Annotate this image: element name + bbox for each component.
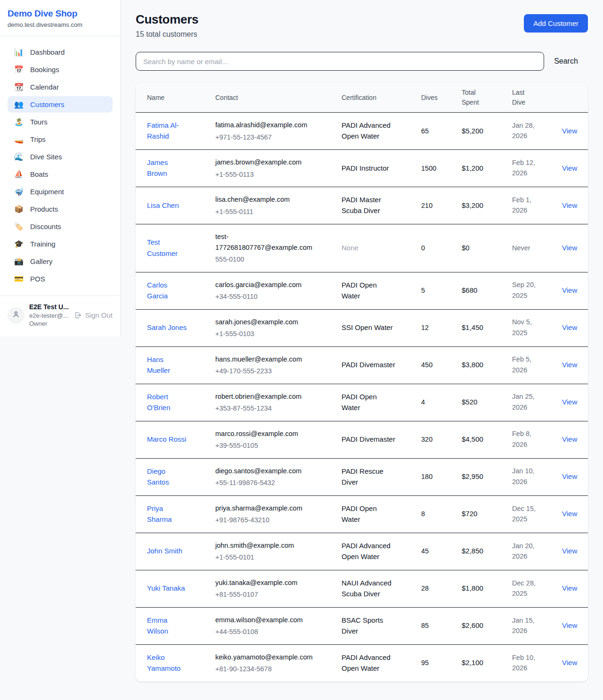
table-row: James Brown james.brown@example.com +1-5… [136,150,588,187]
view-customer-link[interactable]: View [562,510,577,518]
people-icon: 👥 [14,101,24,108]
sidebar-item-discounts[interactable]: 🏷️Discounts [8,218,113,235]
sailboat-icon: ⛵ [14,171,24,178]
sidebar-item-bookings[interactable]: 📅Bookings [8,61,113,78]
sidebar-item-calendar[interactable]: 📆Calendar [8,79,113,95]
customer-certification: SSI Open Water [342,322,393,333]
sidebar-item-label: Dive Sites [30,153,62,161]
search-input[interactable] [136,52,544,71]
customer-total-spent: $2,950 [462,472,483,480]
table-row: Carlos Garcia carlos.garcia@example.com … [136,272,588,309]
search-button[interactable]: Search [544,57,588,66]
customer-name-link[interactable]: Emma Wilson [147,615,188,637]
table-row: Diego Santos diego.santos@example.com +5… [136,458,588,495]
user-role: Owner [29,320,69,328]
customer-phone: +91-98765-43210 [215,515,314,525]
sidebar-item-dashboard[interactable]: 📊Dashboard [8,44,113,60]
customer-last-dive: Never [512,243,530,253]
customer-phone: +34-555-0110 [215,291,314,302]
sidebar-item-gallery[interactable]: 📸Gallery [8,253,113,270]
page-title: Customers [136,12,198,27]
user-name: E2E Test U... [29,303,69,312]
sidebar-item-training[interactable]: 🎓Training [8,236,113,252]
add-customer-button[interactable]: Add Customer [524,14,588,33]
customer-certification: PADI Open Water [342,391,397,413]
customer-last-dive: Dec 15, 2025 [512,503,545,525]
customer-total-spent: $5,200 [462,127,483,135]
motorboat-icon: 🚤 [14,136,24,143]
customer-certification: PADI Divemaster [342,359,395,370]
customer-email: emma.wilson@example.com [215,615,314,625]
view-customer-link[interactable]: View [562,584,577,592]
customer-dives: 0 [421,244,425,252]
sidebar-item-customers[interactable]: 👥Customers [8,96,113,113]
column-header-actions [551,83,588,113]
view-customer-link[interactable]: View [562,361,577,369]
sidebar-item-products[interactable]: 📦Products [8,201,113,217]
customer-total-spent: $1,200 [462,164,483,172]
customer-name-link[interactable]: Diego Santos [147,466,188,488]
view-customer-link[interactable]: View [562,398,577,406]
customer-dives: 180 [421,473,432,480]
shop-domain: demo.test.divestreams.com [8,21,113,28]
view-customer-link[interactable]: View [562,472,577,480]
customer-name-link[interactable]: Hans Mueller [147,354,188,376]
bar-chart-icon: 📊 [14,49,24,56]
sidebar-item-tours[interactable]: 🏝️Tours [8,114,113,130]
customer-name-link[interactable]: Marco Rossi [147,434,186,445]
customer-name-link[interactable]: Priya Sharma [147,503,188,525]
sidebar-item-equipment[interactable]: 🤿Equipment [8,183,113,200]
view-customer-link[interactable]: View [562,201,577,209]
customer-phone: +81-555-0107 [215,589,314,600]
customer-dives: 320 [421,436,432,443]
sign-out-button[interactable]: Sign Out [74,311,113,319]
customer-phone: +353-87-555-1234 [215,403,314,413]
sidebar-item-label: Gallery [30,257,53,265]
sidebar-item-boats[interactable]: ⛵Boats [8,166,113,182]
view-customer-link[interactable]: View [562,547,577,555]
sidebar-item-trips[interactable]: 🚤Trips [8,131,113,148]
customer-name-link[interactable]: James Brown [147,157,188,179]
view-customer-link[interactable]: View [562,659,577,667]
table-row: Keiko Yamamoto keiko.yamamoto@example.co… [136,644,588,682]
sidebar-item-label: Boats [30,170,48,178]
view-customer-link[interactable]: View [562,164,577,172]
search-section: Search [136,52,588,71]
view-customer-link[interactable]: View [562,435,577,443]
customer-total-spent: $0 [462,244,470,252]
customer-name-link[interactable]: Carlos Garcia [147,280,188,302]
sidebar-item-label: Trips [30,135,46,143]
view-customer-link[interactable]: View [562,323,577,331]
customer-name-link[interactable]: Lisa Chen [147,200,179,211]
shop-name-link[interactable]: Demo Dive Shop [8,8,113,19]
sidebar-item-label: Products [30,205,58,213]
customer-email: test-1772681807767@example.com [215,231,314,253]
customer-name-link[interactable]: Yuki Tanaka [147,583,185,593]
customer-email: james.brown@example.com [215,157,314,167]
calendar-date-icon: 📅 [14,66,24,74]
customer-certification: PADI Instructor [342,163,389,173]
table-row: Robert O'Brien robert.obrien@example.com… [136,384,588,421]
sidebar-item-pos[interactable]: 💳POS [8,271,113,287]
view-customer-link[interactable]: View [562,244,577,252]
customer-total-spent: $520 [462,398,477,406]
column-header-contact: Contact [204,83,330,113]
view-customer-link[interactable]: View [562,286,577,294]
customer-name-link[interactable]: Sarah Jones [147,322,187,333]
customer-name-link[interactable]: John Smith [147,545,182,556]
customer-email: hans.mueller@example.com [215,354,314,364]
table-row: Emma Wilson emma.wilson@example.com +44-… [136,607,588,644]
customer-certification: BSAC Sports Diver [342,615,397,637]
customer-dives: 45 [421,547,429,555]
camera-icon: 📸 [14,258,24,265]
sidebar-header: Demo Dive Shop demo.test.divestreams.com [0,0,120,36]
customer-certification: PADI Advanced Open Water [342,120,397,142]
view-customer-link[interactable]: View [562,621,577,629]
customer-name-link[interactable]: Keiko Yamamoto [147,652,188,674]
view-customer-link[interactable]: View [562,127,577,135]
sidebar-item-dive-sites[interactable]: 🌊Dive Sites [8,148,113,165]
customer-certification: PADI Open Water [342,503,397,525]
customer-name-link[interactable]: Test Customer [147,237,188,259]
customer-name-link[interactable]: Robert O'Brien [147,391,188,413]
customer-name-link[interactable]: Fatima Al-Rashid [147,120,188,142]
